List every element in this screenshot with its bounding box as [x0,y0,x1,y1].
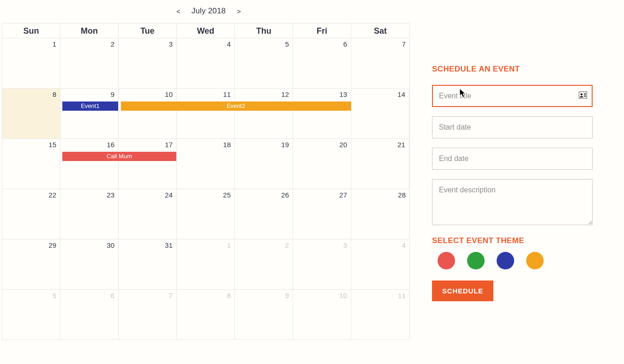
day-cell[interactable]: 4 [177,38,235,88]
day-number: 2 [285,241,289,249]
day-number: 9 [111,90,114,98]
day-number: 12 [281,90,289,98]
day-number: 11 [223,90,231,98]
day-cell[interactable]: 14 [351,89,409,138]
next-month-button[interactable]: > [234,6,244,17]
day-cell[interactable]: 3 [293,239,351,289]
day-number: 20 [339,141,347,149]
day-number: 24 [165,191,173,199]
day-cell[interactable]: 22 [2,189,60,239]
day-number: 15 [48,141,56,149]
weekday-header: Fri [293,24,351,38]
day-number: 5 [53,292,56,299]
day-number: 26 [281,191,289,199]
form-heading: SCHEDULE AN EVENT [432,65,593,74]
theme-swatch[interactable] [438,252,455,269]
day-number: 23 [107,191,114,199]
day-number: 29 [48,241,56,249]
day-cell[interactable]: 16 [60,139,119,189]
day-cell[interactable]: 23 [60,189,119,239]
day-cell[interactable]: 6 [60,290,119,340]
day-cell[interactable]: 24 [119,189,177,239]
event-bar[interactable]: Event2 [121,101,351,111]
day-cell[interactable]: 9 [235,290,293,340]
event-title-input[interactable] [432,85,593,107]
theme-swatch[interactable] [467,252,485,269]
day-cell[interactable]: 26 [235,189,293,239]
day-number: 30 [107,241,114,249]
day-number: 7 [402,40,406,48]
contact-card-icon [579,92,587,101]
event-bar[interactable]: Event1 [62,101,118,111]
end-date-input[interactable] [432,148,593,170]
day-number: 27 [339,191,347,199]
month-label: July 2018 [192,6,226,16]
day-number: 21 [397,141,405,149]
month-nav: < July 2018 > [2,2,415,20]
day-number: 1 [227,241,231,249]
svg-point-1 [581,93,583,95]
day-cell[interactable]: 6 [293,38,351,88]
day-cell[interactable]: 31 [119,239,177,289]
day-number: 22 [48,191,56,199]
day-cell[interactable]: 19 [235,139,293,189]
theme-swatch[interactable] [497,252,514,269]
day-cell[interactable]: 7 [119,290,177,340]
day-number: 31 [165,241,173,249]
start-date-input[interactable] [432,116,593,138]
day-cell[interactable]: 10 [293,290,351,340]
day-number: 5 [285,40,289,48]
day-cell[interactable]: 2 [235,239,293,289]
theme-heading: SELECT EVENT THEME [432,236,593,245]
day-number: 25 [223,191,231,199]
svg-rect-2 [584,93,586,94]
event-description-input[interactable] [432,179,593,225]
day-cell[interactable]: 5 [2,290,60,340]
day-cell[interactable]: 30 [60,239,119,289]
day-cell[interactable]: 12 [235,89,293,138]
day-cell[interactable]: 28 [351,189,409,239]
day-cell[interactable]: 9 [60,89,119,138]
day-cell[interactable]: 27 [293,189,351,239]
day-cell[interactable]: 15 [2,139,60,189]
day-number: 17 [165,141,173,149]
day-number: 4 [402,241,406,249]
weekday-header: Mon [60,24,119,38]
prev-month-button[interactable]: < [174,6,183,17]
day-cell[interactable]: 29 [2,239,60,289]
day-cell[interactable]: 1 [177,239,235,289]
day-cell[interactable]: 18 [177,139,235,189]
day-cell[interactable]: 20 [293,139,351,189]
day-cell[interactable]: 2 [60,38,119,88]
day-number: 6 [343,40,347,48]
day-number: 8 [53,90,56,98]
day-cell[interactable]: 4 [351,239,409,289]
day-cell[interactable]: 5 [235,38,293,88]
theme-swatch[interactable] [526,252,544,269]
day-number: 10 [339,292,347,299]
schedule-button[interactable]: SCHEDULE [432,280,493,301]
day-cell[interactable]: 3 [119,38,177,88]
day-cell[interactable]: 21 [351,139,409,189]
day-number: 4 [227,40,231,48]
day-cell[interactable]: 8 [2,89,60,138]
weekday-header: Wed [177,24,235,38]
day-cell[interactable]: 13 [293,89,351,138]
day-number: 7 [169,292,173,299]
day-cell[interactable]: 25 [177,189,235,239]
day-number: 2 [111,40,114,48]
day-cell[interactable]: 11 [351,290,409,340]
day-number: 1 [53,40,56,48]
event-bar[interactable]: Call Mum [62,152,176,161]
day-cell[interactable]: 11 [177,89,235,138]
day-cell[interactable]: 8 [177,290,235,340]
weekday-header: Sat [351,24,409,38]
day-cell[interactable]: 10 [119,89,177,138]
day-cell[interactable]: 17 [119,139,177,189]
day-cell[interactable]: 1 [2,38,60,88]
day-number: 9 [285,292,289,299]
weekday-header: Sun [2,24,60,38]
day-number: 11 [398,292,406,299]
day-number: 8 [227,292,231,299]
day-cell[interactable]: 7 [351,38,409,88]
